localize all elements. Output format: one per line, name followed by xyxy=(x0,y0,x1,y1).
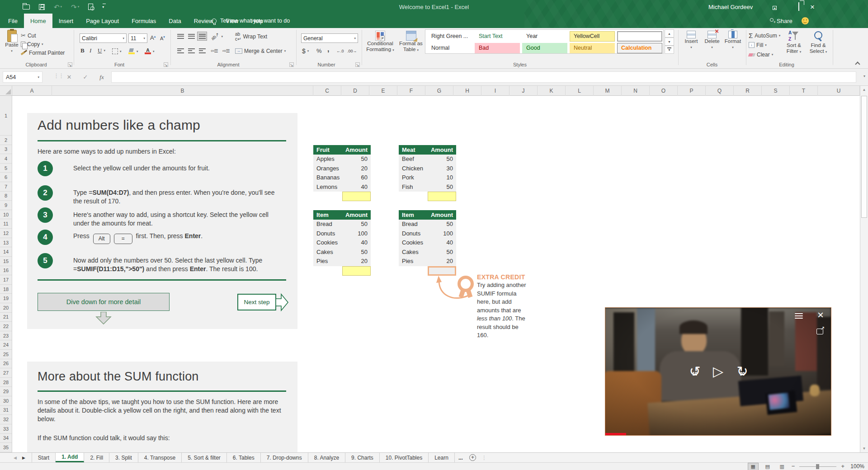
items-table-1[interactable]: ItemAmountBread50Donuts100Cookies40Cakes… xyxy=(313,210,371,276)
bottom-align-button[interactable] xyxy=(197,32,207,41)
cell-style-neutral[interactable]: Neutral xyxy=(570,43,615,53)
column-header-L[interactable]: L xyxy=(566,86,594,96)
sheet-tab-1-add[interactable]: 1. Add xyxy=(56,453,84,462)
table-cell-name[interactable]: Donuts xyxy=(313,229,342,239)
cell-style-normal[interactable]: Normal xyxy=(427,43,472,53)
autosum-dropdown-arrow[interactable]: ▾ xyxy=(779,34,781,38)
italic-button[interactable]: I xyxy=(90,46,96,55)
row-header-19[interactable]: 19 xyxy=(0,294,12,303)
row-header-9[interactable]: 9 xyxy=(0,201,12,210)
sort-filter-button[interactable]: AZ Sort & Filter ▾ xyxy=(783,31,805,55)
align-center-button[interactable] xyxy=(186,46,196,55)
restore-button[interactable] xyxy=(798,3,799,11)
column-header-C[interactable]: C xyxy=(313,86,341,96)
fruit-table[interactable]: FruitAmountApples50Oranges20Bananas60Lem… xyxy=(313,145,371,201)
row-header-35[interactable]: 35 xyxy=(0,443,12,452)
tell-me-box[interactable]: Tell me what you want to do xyxy=(212,14,290,28)
table-cell-name[interactable]: Chicken xyxy=(399,164,428,174)
table-cell-name[interactable]: Pork xyxy=(399,173,428,183)
cell-style-start-text[interactable]: Start Text xyxy=(475,31,520,42)
table-row[interactable]: Oranges20 xyxy=(313,164,371,174)
table-cell-amount[interactable]: 50 xyxy=(342,248,371,257)
grow-font-button[interactable]: A▴ xyxy=(150,33,156,42)
align-right-button[interactable] xyxy=(197,46,207,55)
table-cell-amount[interactable]: 60 xyxy=(342,173,371,183)
table-cell-amount[interactable]: 50 xyxy=(342,155,371,164)
row-header-22[interactable]: 22 xyxy=(0,322,12,331)
zoom-in-button[interactable]: + xyxy=(841,464,844,469)
column-header-P[interactable]: P xyxy=(678,86,706,96)
cancel-entry-button[interactable]: ✕ xyxy=(64,71,74,83)
row-header-4[interactable]: 4 xyxy=(0,154,12,164)
table-cell-name[interactable]: Oranges xyxy=(313,164,342,174)
sheet-tab-9-charts[interactable]: 9. Charts xyxy=(345,453,380,462)
sheet-canvas[interactable]: Add numbers like a champ Here are some w… xyxy=(12,96,860,452)
format-dropdown-arrow[interactable]: ▾ xyxy=(732,44,734,50)
sum-cell-yellow[interactable] xyxy=(342,192,371,201)
table-row[interactable]: Pies20 xyxy=(399,257,456,266)
close-button[interactable]: × xyxy=(810,3,815,11)
row-header-20[interactable]: 20 xyxy=(0,303,12,313)
accounting-format-button[interactable]: $▾ xyxy=(302,47,309,55)
clear-button[interactable]: Clear ▾ xyxy=(749,50,773,59)
tab-scrollbar-splitter[interactable]: ⋮ xyxy=(479,453,490,462)
format-painter-button[interactable]: Format Painter xyxy=(21,48,65,57)
paste-button[interactable]: Paste ▾ xyxy=(4,30,20,54)
table-cell-amount[interactable]: 50 xyxy=(428,248,456,257)
table-row[interactable]: Bread50 xyxy=(399,220,456,229)
ribbon-display-options-button[interactable]: ▲ xyxy=(773,3,777,11)
share-button[interactable]: Share xyxy=(769,14,793,28)
font-dialog-launcher[interactable]: ↘ xyxy=(164,62,168,67)
fill-dropdown-arrow[interactable]: ▾ xyxy=(765,43,767,47)
align-left-button[interactable] xyxy=(175,46,185,55)
table-cell-amount[interactable]: 100 xyxy=(342,229,371,239)
table-cell-name[interactable]: Pies xyxy=(313,257,342,266)
ribbon-tab-insert[interactable]: Insert xyxy=(52,14,80,28)
scroll-up-arrow[interactable]: ▲ xyxy=(860,88,868,92)
cell-style-blank[interactable] xyxy=(617,31,662,42)
orientation-dropdown-arrow[interactable]: ▾ xyxy=(222,35,223,38)
column-header-M[interactable]: M xyxy=(594,86,622,96)
ribbon-tab-data[interactable]: Data xyxy=(162,14,187,28)
increase-indent-button[interactable]: ⇨☰ xyxy=(222,47,229,55)
video-progress-bar[interactable] xyxy=(605,433,626,435)
column-header-J[interactable]: J xyxy=(509,86,538,96)
styles-scroll-up-button[interactable]: ▲ xyxy=(665,29,674,38)
page-break-view-button[interactable]: ▥ xyxy=(777,463,787,470)
row-header-5[interactable]: 5 xyxy=(0,164,12,173)
sum-cell-yellow[interactable] xyxy=(428,192,456,201)
row-header-29[interactable]: 29 xyxy=(0,387,12,396)
video-menu-icon[interactable] xyxy=(795,313,803,319)
fill-color-dropdown-arrow[interactable]: ▾ xyxy=(137,50,138,53)
ribbon-tab-file[interactable]: File xyxy=(2,14,24,28)
table-row[interactable]: Pies20 xyxy=(313,257,371,266)
row-header-6[interactable]: 6 xyxy=(0,173,12,182)
expand-formula-bar-button[interactable]: ▾ xyxy=(863,74,865,78)
table-row[interactable]: Chicken30 xyxy=(399,164,456,174)
row-header-1[interactable]: 1 xyxy=(0,96,12,136)
column-header-R[interactable]: R xyxy=(734,86,762,96)
vertical-scroll-thumb[interactable] xyxy=(861,96,867,218)
sheet-tab-10-pivottables[interactable]: 10. PivotTables xyxy=(380,453,429,462)
middle-align-button[interactable] xyxy=(186,32,196,41)
sheet-tab-5-sort-filter[interactable]: 5. Sort & filter xyxy=(182,453,227,462)
font-size-combo[interactable]: 11▾ xyxy=(128,33,147,43)
column-header-F[interactable]: F xyxy=(397,86,425,96)
row-header-33[interactable]: 33 xyxy=(0,424,12,434)
bold-button[interactable]: B xyxy=(80,46,88,55)
dive-down-button[interactable]: Dive down for more detail xyxy=(38,293,170,311)
name-box-dropdown-arrow[interactable]: ▾ xyxy=(38,75,39,79)
row-header-15[interactable]: 15 xyxy=(0,257,12,266)
copy-button[interactable]: Copy ▾ xyxy=(21,40,43,48)
sheet-tab-8-analyze[interactable]: 8. Analyze xyxy=(308,453,345,462)
row-header-30[interactable]: 30 xyxy=(0,396,12,406)
row-header-2[interactable]: 2 xyxy=(0,136,12,145)
font-color-button[interactable]: A▾ xyxy=(145,47,155,56)
vertical-scrollbar[interactable]: ▲ ▼ xyxy=(860,86,868,452)
wrap-text-button[interactable]: abc↵Wrap Text xyxy=(235,32,267,41)
video-player[interactable]: × ↺ 10 ▷ ↻ 30 xyxy=(605,307,831,436)
scroll-down-arrow[interactable]: ▼ xyxy=(860,446,868,451)
orientation-button[interactable]: ab↗▾ xyxy=(211,32,223,41)
video-popout-icon[interactable] xyxy=(816,329,823,334)
column-header-B[interactable]: B xyxy=(52,86,313,96)
